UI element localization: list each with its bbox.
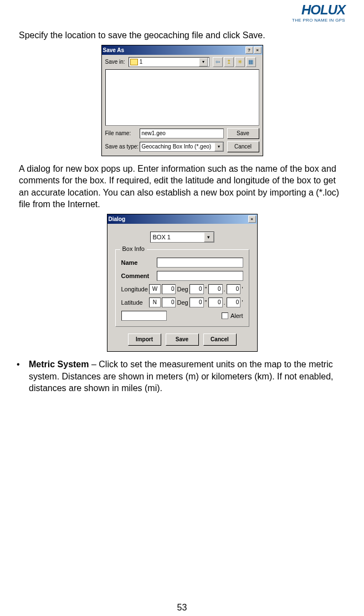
bullet-icon: • — [17, 358, 29, 394]
saveas-titlebar: Save As ? × — [102, 45, 263, 55]
tick-unit: ' — [242, 286, 243, 292]
saveas-title: Save As — [103, 47, 125, 53]
metric-system-paragraph: Metric System – Click to set the measure… — [29, 358, 347, 394]
alert-checkbox[interactable] — [222, 312, 228, 319]
saveastype-combo[interactable]: Geocaching Box Info (*.geo) ▾ — [140, 142, 224, 152]
comment-label: Comment — [121, 273, 153, 279]
box-selector-value: BOX 1 — [153, 234, 171, 240]
quote-unit: '' — [205, 299, 207, 306]
latitude-label: Latitude — [121, 299, 148, 306]
savein-combo[interactable]: 1 ▾ — [129, 57, 209, 67]
alert-label: Alert — [230, 312, 243, 319]
box-selector[interactable]: BOX 1 ▾ — [150, 232, 214, 243]
chevron-down-icon[interactable]: ▾ — [214, 142, 223, 151]
lat-deg-input[interactable]: 0 — [162, 297, 176, 307]
metric-system-label: Metric System — [29, 360, 89, 369]
brand-tagline: THE PRO NAME IN GPS — [17, 18, 345, 23]
save-button[interactable]: Save — [166, 333, 199, 346]
page-number: 53 — [0, 603, 364, 613]
dot-unit: . — [224, 299, 225, 306]
cancel-button[interactable]: Cancel — [227, 141, 259, 152]
savein-label: Save in: — [105, 59, 125, 65]
boxinfo-titlebar: Dialog × — [107, 214, 257, 224]
deg-unit: Deg — [177, 286, 188, 292]
alert-value-input[interactable] — [121, 311, 167, 321]
close-icon[interactable]: × — [248, 215, 256, 223]
name-label: Name — [121, 259, 153, 266]
dot-unit: . — [224, 286, 225, 292]
import-button[interactable]: Import — [128, 333, 161, 346]
new-folder-icon[interactable]: ✳ — [235, 57, 245, 67]
folder-icon — [130, 59, 138, 65]
close-icon[interactable]: × — [254, 47, 262, 54]
lon-dir-input[interactable]: W — [149, 284, 160, 294]
comment-input[interactable] — [157, 271, 243, 281]
lat-dec-input[interactable]: 0 — [227, 297, 241, 307]
lon-sec-input[interactable]: 0 — [208, 284, 223, 294]
file-listing-area[interactable] — [105, 69, 259, 126]
boxinfo-dialog: Dialog × BOX 1 ▾ Name Comment — [107, 214, 258, 352]
up-one-level-icon[interactable]: ↥ — [224, 57, 234, 67]
tick-unit: ' — [242, 299, 243, 306]
boxinfo-title: Dialog — [109, 216, 126, 222]
filename-input[interactable]: new1.geo — [140, 129, 224, 138]
boxinfo-group: Name Comment Longitude W 0 Deg 0 '' — [115, 249, 249, 327]
lat-dir-input[interactable]: N — [149, 297, 160, 307]
name-input[interactable] — [157, 258, 243, 268]
cancel-button[interactable]: Cancel — [203, 333, 237, 346]
lon-deg-input[interactable]: 0 — [162, 284, 176, 294]
chevron-down-icon[interactable]: ▾ — [204, 232, 214, 242]
view-menu-icon[interactable]: ▦ — [246, 57, 256, 67]
paragraph-box-dialog: A dialog for new box pops up. Enter info… — [19, 163, 347, 211]
paragraph-save-location: Specify the location to save the geocach… — [19, 29, 347, 42]
deg-unit: Deg — [177, 299, 188, 306]
longitude-label: Longitude — [121, 286, 148, 292]
saveas-dialog: Save As ? × Save in: 1 ▾ ⇦ ↥ ✳ ▦ — [101, 45, 263, 156]
back-icon[interactable]: ⇦ — [213, 57, 223, 67]
saveastype-label: Save as type: — [105, 143, 136, 150]
lon-dec-input[interactable]: 0 — [227, 284, 241, 294]
brand-logo: HOLUX THE PRO NAME IN GPS — [17, 0, 347, 23]
save-button[interactable]: Save — [227, 128, 259, 139]
filename-label: File name: — [105, 130, 136, 136]
lat-sec-input[interactable]: 0 — [208, 297, 223, 307]
lon-min-input[interactable]: 0 — [189, 284, 204, 294]
lat-min-input[interactable]: 0 — [189, 297, 204, 307]
chevron-down-icon[interactable]: ▾ — [199, 58, 208, 66]
help-icon[interactable]: ? — [245, 47, 253, 54]
brand-name: HOLUX — [17, 3, 345, 17]
savein-value: 1 — [140, 59, 197, 65]
quote-unit: '' — [205, 286, 207, 292]
